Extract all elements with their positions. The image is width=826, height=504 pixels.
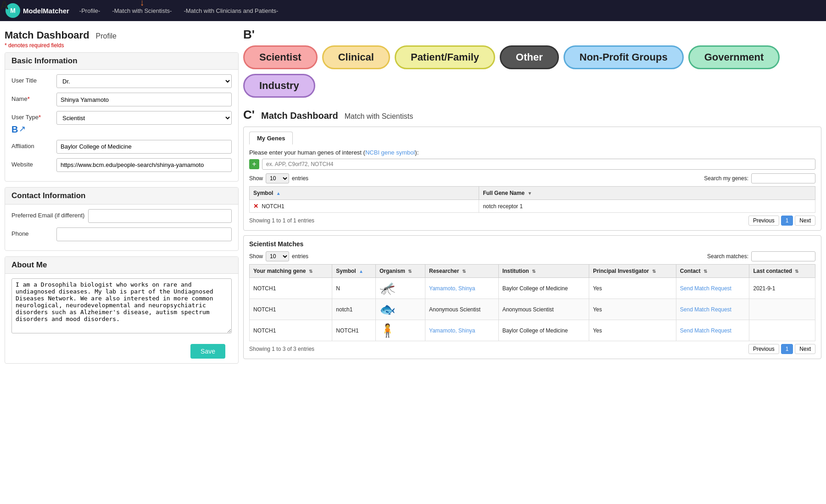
matches-table: Your matching gene ⇅ Symbol ▲ Organism ⇅ [249, 264, 815, 341]
genes-col-symbol[interactable]: Symbol ▲ [250, 187, 479, 200]
tag-other[interactable]: Other [500, 45, 559, 69]
phone-label: Phone [11, 227, 53, 238]
search-matches-input[interactable] [751, 251, 815, 261]
match-symbol-cell: N [332, 278, 376, 299]
bp-section: B' Scientist Clinical Patient/Family Oth… [243, 26, 821, 101]
col-researcher-sort: ⇅ [462, 269, 466, 274]
genes-entries-row: Show 102550100 entries Search my genes: [249, 173, 815, 183]
matches-section: Scientist Matches Show 102550100 entries… [243, 235, 821, 359]
gene-text-input[interactable] [262, 159, 815, 170]
match-contact-cell: Send Match Request [676, 320, 749, 341]
match-organism-cell: 🧍 [376, 320, 425, 341]
tag-nonprofit[interactable]: Non-Profit Groups [564, 45, 684, 69]
email-input[interactable] [88, 209, 232, 223]
col-matching-gene[interactable]: Your matching gene ⇅ [250, 265, 332, 278]
genes-showing: Showing 1 to 1 of 1 entries [249, 217, 314, 224]
genes-show-select[interactable]: 102550100 [266, 173, 289, 183]
email-row: Preferred Email (if different) [11, 209, 232, 223]
col-last-contacted[interactable]: Last contacted ⇅ [749, 265, 815, 278]
about-me-body: I am a Drosophila biologist who works on… [5, 274, 238, 339]
nav-logo: M ModelMatcher [6, 3, 69, 18]
researcher-link[interactable]: Yamamoto, Shinya [429, 327, 475, 334]
send-match-btn[interactable]: Send Match Request [680, 306, 731, 313]
app-container: M ModelMatcher -Profile- ↓ C -Match with… [0, 0, 826, 504]
full-name-sort-icon: ▼ [527, 191, 532, 196]
tab-my-genes[interactable]: My Genes [249, 132, 293, 144]
col-researcher[interactable]: Researcher ⇅ [425, 265, 499, 278]
save-button[interactable]: Save [190, 344, 225, 359]
tag-government[interactable]: Government [688, 45, 780, 69]
user-type-select[interactable]: Scientist Clinician Patient/Family Non-P… [56, 111, 232, 125]
col-contact[interactable]: Contact ⇅ [676, 265, 749, 278]
ncbi-link[interactable]: NCBI gene symbol [365, 149, 415, 156]
add-gene-button[interactable]: + [249, 159, 259, 169]
affiliation-label: Affliation [11, 140, 53, 150]
profile-nav-link[interactable]: -Profile- [78, 7, 102, 14]
col-matching-gene-sort: ⇅ [309, 269, 313, 274]
tag-scientist[interactable]: Scientist [243, 45, 318, 69]
delete-gene-btn[interactable]: ✕ [253, 203, 258, 210]
match-researcher-cell: Yamamoto, Shinya [425, 320, 499, 341]
symbol-sort-icon: ▲ [276, 191, 281, 196]
cp-dash-subtitle: Match with Scientists [345, 112, 413, 121]
left-dash-subtitle: Profile [96, 32, 117, 40]
about-me-title: About Me [5, 257, 238, 274]
match-pi-cell: Yes [589, 299, 676, 320]
col-symbol-sort: ▲ [359, 269, 363, 274]
col-institution[interactable]: Institution ⇅ [498, 265, 589, 278]
email-label: Preferred Email (if different) [11, 209, 84, 220]
tag-patient[interactable]: Patient/Family [395, 45, 495, 69]
about-me-textarea[interactable]: I am a Drosophila biologist who works on… [11, 278, 232, 333]
matches-showing: Showing 1 to 3 of 3 entries [249, 346, 314, 352]
col-symbol[interactable]: Symbol ▲ [332, 265, 376, 278]
logo-text: ModelMatcher [23, 7, 69, 15]
my-genes-panel: My Genes Please enter your human genes o… [243, 127, 821, 231]
user-type-row: User Type* B ↗ Scientist Clinician Patie… [11, 111, 232, 135]
nav-bar: M ModelMatcher -Profile- ↓ C -Match with… [0, 0, 826, 21]
gene-symbol-cell: ✕ NOTCH1 [250, 200, 479, 213]
match-institution-cell: Baylor College of Medicine [498, 278, 589, 299]
match-last-contacted-cell: 2021-9-1 [749, 278, 815, 299]
search-my-genes-input[interactable] [751, 173, 815, 183]
send-match-btn[interactable]: Send Match Request [680, 327, 731, 334]
matches-next-btn[interactable]: Next [795, 344, 815, 354]
genes-page-num[interactable]: 1 [781, 216, 793, 226]
clinicians-nav-link[interactable]: -Match with Clinicians and Patients- [182, 7, 280, 14]
affiliation-input[interactable] [56, 140, 232, 154]
col-organism[interactable]: Organism ⇅ [376, 265, 425, 278]
send-match-btn[interactable]: Send Match Request [680, 285, 731, 292]
cp-section: C' Match Dashboard Match with Scientists… [243, 108, 821, 499]
phone-row: Phone [11, 227, 232, 241]
matches-title: Scientist Matches [249, 240, 815, 248]
gene-full-name-cell: notch receptor 1 [479, 200, 815, 213]
b-arrow: ↗ [19, 124, 26, 134]
match-last-contacted-cell [749, 299, 815, 320]
gene-table-row: ✕ NOTCH1 notch receptor 1 [250, 200, 815, 213]
bp-tags: Scientist Clinical Patient/Family Other … [243, 45, 821, 98]
matches-show-select[interactable]: 102550100 [266, 251, 289, 261]
website-input[interactable] [56, 158, 232, 172]
match-contact-cell: Send Match Request [676, 299, 749, 320]
tag-clinical[interactable]: Clinical [322, 45, 390, 69]
user-title-select[interactable]: Dr. Prof. Mr. Ms. [56, 74, 232, 88]
phone-input[interactable] [56, 227, 232, 241]
contact-info-section: Contact Information Preferred Email (if … [5, 187, 239, 251]
label-bp: B' [243, 28, 255, 41]
col-institution-sort: ⇅ [532, 269, 536, 274]
match-gene-cell: NOTCH1 [250, 320, 332, 341]
genes-col-full-name[interactable]: Full Gene Name ▼ [479, 187, 815, 200]
user-title-row: User Title Dr. Prof. Mr. Ms. [11, 74, 232, 88]
match-researcher-cell: Anonymous Scientist [425, 299, 499, 320]
researcher-link[interactable]: Yamamoto, Shinya [429, 285, 475, 292]
genes-prev-btn[interactable]: Previous [748, 216, 779, 226]
name-input[interactable] [56, 93, 232, 106]
match-organism-cell: 🐟 [376, 299, 425, 320]
matches-prev-btn[interactable]: Previous [748, 344, 779, 354]
entries-label: entries [292, 175, 308, 182]
website-label: Website [11, 158, 53, 169]
matches-page-num[interactable]: 1 [781, 344, 793, 354]
col-pi[interactable]: Principal Investigator ⇅ [589, 265, 676, 278]
genes-next-btn[interactable]: Next [795, 216, 815, 226]
tag-industry[interactable]: Industry [243, 74, 315, 98]
scientists-nav-link[interactable]: -Match with Scientists- [110, 7, 173, 14]
